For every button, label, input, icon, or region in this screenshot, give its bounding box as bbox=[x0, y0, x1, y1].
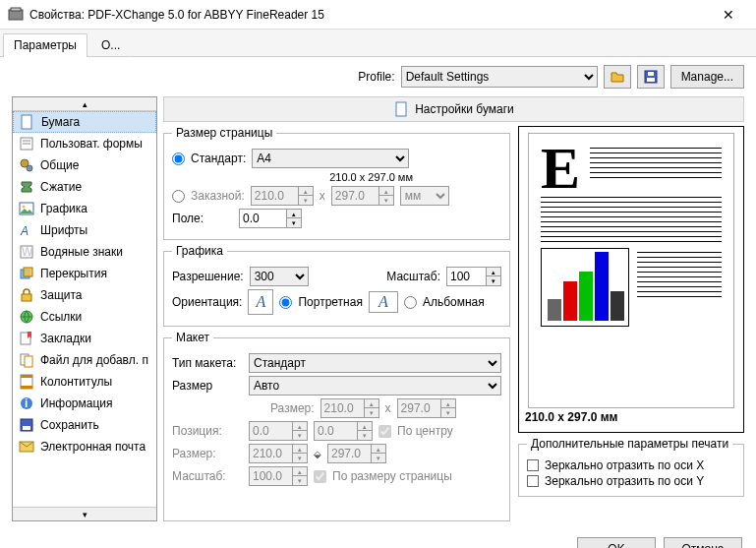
input-pos-y[interactable] bbox=[314, 421, 357, 441]
select-layout-size[interactable]: Авто bbox=[249, 376, 501, 396]
radio-portrait[interactable] bbox=[279, 296, 292, 309]
input-scale2[interactable] bbox=[249, 466, 292, 486]
group-layout: Макет Тип макета: Стандарт Размер Авто Р… bbox=[163, 331, 510, 521]
page-preview: E bbox=[528, 133, 734, 408]
spinner-buttons[interactable]: ▴▾ bbox=[292, 421, 308, 441]
label-margin: Поле: bbox=[172, 212, 233, 225]
spinner-buttons[interactable]: ▴▾ bbox=[378, 186, 394, 206]
select-standard-size[interactable]: A4 bbox=[252, 149, 409, 168]
sidebar-item-forms[interactable]: Пользоват. формы bbox=[13, 133, 156, 154]
sidebar-item-label: Водяные знаки bbox=[40, 245, 123, 259]
sidebar-item-compression[interactable]: Сжатие bbox=[13, 176, 156, 198]
window-title: Свойства: PDF-XChange 5.0 for ABBYY Fine… bbox=[29, 8, 709, 22]
svg-rect-29 bbox=[23, 426, 30, 430]
sidebar-item-label: Бумага bbox=[41, 115, 80, 129]
sidebar: ▴ Бумага Пользоват. формы Общие Сжатие Г… bbox=[12, 96, 157, 521]
sidebar-item-security[interactable]: Защита bbox=[13, 284, 156, 306]
label-layout-type: Тип макета: bbox=[172, 356, 243, 370]
spinner-buttons[interactable]: ▴▾ bbox=[298, 186, 314, 206]
select-unit[interactable]: мм bbox=[400, 186, 449, 206]
preview-chart bbox=[541, 248, 629, 327]
spinner-buttons[interactable]: ▴▾ bbox=[286, 209, 302, 228]
compress-icon bbox=[19, 179, 34, 195]
sidebar-item-info[interactable]: iИнформация bbox=[13, 393, 156, 414]
input-scale[interactable] bbox=[446, 267, 486, 286]
page-icon bbox=[393, 101, 409, 117]
profile-select[interactable]: Default Settings bbox=[401, 66, 598, 88]
input-size2-w[interactable] bbox=[249, 444, 292, 463]
spinner-buttons[interactable]: ▴▾ bbox=[440, 398, 456, 418]
preview-column: E bbox=[518, 126, 744, 521]
sidebar-item-email[interactable]: Электронная почта bbox=[13, 436, 156, 457]
spinner-buttons[interactable]: ▴▾ bbox=[486, 267, 501, 286]
input-margin[interactable] bbox=[239, 209, 286, 228]
input-size2-h[interactable] bbox=[327, 444, 371, 463]
spinner-buttons[interactable]: ▴▾ bbox=[292, 444, 308, 463]
label-custom: Заказной: bbox=[191, 189, 245, 203]
spinner-buttons[interactable]: ▴▾ bbox=[371, 444, 386, 463]
sidebar-scroll-up[interactable]: ▴ bbox=[13, 97, 156, 111]
radio-landscape[interactable] bbox=[404, 296, 417, 309]
sidebar-item-overlays[interactable]: Перекрытия bbox=[13, 263, 156, 284]
bookmark-icon bbox=[19, 331, 34, 346]
sidebar-item-headers[interactable]: Колонтитулы bbox=[13, 371, 156, 393]
sidebar-item-save[interactable]: Сохранить bbox=[13, 414, 156, 436]
input-layout-w[interactable] bbox=[320, 398, 364, 418]
label-resolution: Разрешение: bbox=[172, 270, 244, 283]
svg-rect-5 bbox=[22, 115, 31, 129]
input-layout-h[interactable] bbox=[397, 398, 440, 418]
checkbox-center[interactable] bbox=[378, 425, 391, 438]
svg-rect-4 bbox=[648, 72, 654, 76]
sidebar-item-label: Графика bbox=[40, 202, 87, 215]
sidebar-item-graphics[interactable]: Графика bbox=[13, 198, 156, 219]
titlebar: Свойства: PDF-XChange 5.0 for ABBYY Fine… bbox=[0, 0, 756, 30]
radio-custom[interactable] bbox=[172, 190, 185, 203]
label-mirror-x: Зеркально отразить по оси X bbox=[545, 458, 704, 472]
sidebar-item-label: Пользоват. формы bbox=[40, 137, 143, 151]
page-preview-box: E bbox=[518, 126, 744, 433]
spinner-buttons[interactable]: ▴▾ bbox=[364, 398, 379, 418]
input-pos-x[interactable] bbox=[249, 421, 292, 441]
legend-layout: Макет bbox=[172, 331, 213, 344]
tab-params[interactable]: Параметры bbox=[3, 33, 87, 57]
tab-about[interactable]: О... bbox=[90, 33, 131, 57]
sidebar-scroll-down[interactable]: ▾ bbox=[13, 507, 156, 520]
sidebar-item-general[interactable]: Общие bbox=[13, 154, 156, 176]
sidebar-item-watermarks[interactable]: WВодяные знаки bbox=[13, 241, 156, 263]
sidebar-item-fonts[interactable]: AШрифты bbox=[13, 219, 156, 241]
select-resolution[interactable]: 300 bbox=[250, 267, 309, 286]
profile-open-button[interactable] bbox=[604, 65, 631, 89]
sidebar-item-label: Шрифты bbox=[40, 223, 87, 237]
sidebar-item-links[interactable]: Ссылки bbox=[13, 306, 156, 328]
label-layout-size: Размер bbox=[172, 379, 243, 393]
sidebar-item-paper[interactable]: Бумага bbox=[13, 111, 156, 133]
profile-save-button[interactable] bbox=[637, 65, 665, 89]
sidebar-item-label: Информация bbox=[40, 396, 112, 410]
sidebar-item-append[interactable]: Файл для добавл. п bbox=[13, 349, 156, 371]
sidebar-item-label: Общие bbox=[40, 158, 79, 172]
save-icon bbox=[19, 417, 34, 433]
profile-row: Profile: Default Settings Manage... bbox=[0, 57, 756, 96]
tab-strip: Параметры О... bbox=[0, 30, 756, 57]
cancel-button[interactable]: Отмена bbox=[664, 537, 742, 548]
profile-manage-button[interactable]: Manage... bbox=[670, 65, 744, 89]
ok-button[interactable]: OK bbox=[577, 537, 656, 548]
checkbox-mirror-y[interactable] bbox=[527, 475, 539, 487]
radio-standard[interactable] bbox=[172, 152, 185, 165]
link-icon[interactable]: ⬙ bbox=[314, 449, 321, 459]
x-separator: x bbox=[385, 401, 391, 415]
dialog-footer: OK Отмена bbox=[0, 529, 756, 548]
spinner-buttons[interactable]: ▴▾ bbox=[292, 466, 308, 486]
checkbox-fit[interactable] bbox=[314, 470, 326, 483]
spinner-buttons[interactable]: ▴▾ bbox=[357, 421, 373, 441]
svg-rect-18 bbox=[22, 294, 31, 301]
svg-rect-17 bbox=[24, 268, 32, 276]
checkbox-mirror-x[interactable] bbox=[527, 459, 539, 471]
sidebar-item-bookmarks[interactable]: Закладки bbox=[13, 328, 156, 349]
close-button[interactable]: ✕ bbox=[709, 7, 748, 23]
select-layout-type[interactable]: Стандарт bbox=[249, 353, 501, 373]
info-icon: i bbox=[19, 396, 34, 411]
group-graphics: Графика Разрешение: 300 Масштаб: ▴▾ Орие… bbox=[163, 244, 510, 327]
input-custom-width[interactable] bbox=[251, 186, 298, 206]
input-custom-height[interactable] bbox=[331, 186, 378, 206]
